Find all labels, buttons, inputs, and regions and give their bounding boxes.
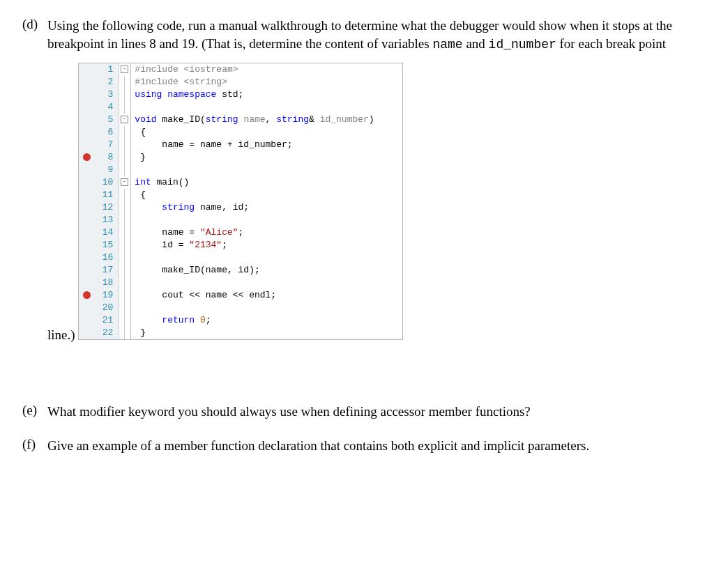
breakpoint-gutter[interactable] <box>79 114 94 126</box>
breakpoint-gutter[interactable] <box>79 88 94 101</box>
line-number: 2 <box>94 76 119 88</box>
fold-gutter[interactable] <box>119 189 129 201</box>
line-number: 19 <box>94 289 119 302</box>
fold-line <box>124 327 125 339</box>
fold-gutter[interactable] <box>119 264 129 277</box>
breakpoint-gutter[interactable] <box>79 289 94 302</box>
question-e: (e) What modifier keyword you should alw… <box>22 403 692 421</box>
fold-gutter[interactable] <box>119 126 129 139</box>
breakpoint-gutter[interactable] <box>79 214 94 226</box>
code-text <box>132 277 162 289</box>
fold-gutter[interactable] <box>119 101 129 114</box>
question-e-label: (e) <box>22 403 47 421</box>
code-line: 3using namespace std; <box>79 88 402 101</box>
line-number: 14 <box>94 226 119 239</box>
fold-line <box>124 189 125 201</box>
breakpoint-gutter[interactable] <box>79 126 94 139</box>
line-number: 1 <box>94 63 119 76</box>
code-line: 9 <box>79 164 402 176</box>
fold-gutter[interactable] <box>119 239 129 252</box>
fold-line <box>124 201 125 214</box>
code-line: 7 name = name + id_number; <box>79 139 402 151</box>
breakpoint-gutter[interactable] <box>79 176 94 189</box>
breakpoint-gutter[interactable] <box>79 164 94 176</box>
breakpoint-gutter[interactable] <box>79 252 94 264</box>
breakpoint-icon[interactable] <box>83 291 91 299</box>
fold-line <box>124 314 125 327</box>
breakpoint-icon[interactable] <box>83 153 91 161</box>
fold-gutter[interactable] <box>119 327 129 339</box>
breakpoint-gutter[interactable] <box>79 327 94 339</box>
breakpoint-gutter[interactable] <box>79 201 94 214</box>
fold-gutter[interactable] <box>119 252 129 264</box>
code-line: 21 return 0; <box>79 314 402 327</box>
code-text: name = name + id_number; <box>132 139 320 151</box>
fold-gutter[interactable]: - <box>119 176 129 189</box>
code-line: 15 id = "2134"; <box>79 239 402 252</box>
question-d-var2: id_number <box>489 38 556 52</box>
fold-collapse-icon[interactable]: - <box>121 116 128 123</box>
fold-line <box>124 126 125 139</box>
line-number: 15 <box>94 239 119 252</box>
breakpoint-gutter[interactable] <box>79 226 94 239</box>
fold-gutter[interactable] <box>119 289 129 302</box>
fold-gutter[interactable] <box>119 314 129 327</box>
code-text <box>132 252 162 264</box>
breakpoint-gutter[interactable] <box>79 101 94 114</box>
breakpoint-gutter[interactable] <box>79 139 94 151</box>
breakpoint-gutter[interactable] <box>79 239 94 252</box>
code-text: int main() <box>132 176 217 189</box>
line-number: 17 <box>94 264 119 277</box>
code-text <box>132 101 162 114</box>
fold-gutter[interactable]: - <box>119 114 129 126</box>
code-line: 19 cout << name << endl; <box>79 289 402 302</box>
code-text: id = "2134"; <box>132 239 255 252</box>
fold-gutter[interactable] <box>119 164 129 176</box>
line-number: 5 <box>94 114 119 126</box>
code-line: 17 make_ID(name, id); <box>79 264 402 277</box>
code-text: cout << name << endl; <box>132 289 304 302</box>
code-text: #include <iostream> <box>132 63 266 76</box>
breakpoint-gutter[interactable] <box>79 151 94 164</box>
fold-line <box>124 164 125 176</box>
fold-line <box>124 302 125 314</box>
question-d-body: Using the following code, run a manual w… <box>47 17 692 344</box>
fold-gutter[interactable]: - <box>119 63 129 76</box>
code-text <box>132 302 162 314</box>
fold-line <box>124 289 125 302</box>
code-text: string name, id; <box>132 201 277 214</box>
breakpoint-gutter[interactable] <box>79 264 94 277</box>
code-text: name = "Alice"; <box>132 226 271 239</box>
fold-gutter[interactable] <box>119 151 129 164</box>
breakpoint-gutter[interactable] <box>79 76 94 88</box>
line-number: 10 <box>94 176 119 189</box>
breakpoint-gutter[interactable] <box>79 189 94 201</box>
code-line: 18 <box>79 277 402 289</box>
line-number: 22 <box>94 327 119 339</box>
breakpoint-gutter[interactable] <box>79 302 94 314</box>
question-d-var1: name <box>432 38 462 52</box>
fold-gutter[interactable] <box>119 76 129 88</box>
question-d-label: (d) <box>22 17 47 344</box>
fold-gutter[interactable] <box>119 201 129 214</box>
code-line: 1-#include <iostream> <box>79 63 402 76</box>
fold-gutter[interactable] <box>119 302 129 314</box>
fold-collapse-icon[interactable]: - <box>121 178 128 186</box>
fold-gutter[interactable] <box>119 226 129 239</box>
question-d-text-mid: and <box>463 36 489 51</box>
breakpoint-gutter[interactable] <box>79 314 94 327</box>
breakpoint-gutter[interactable] <box>79 277 94 289</box>
fold-line <box>124 151 125 164</box>
fold-line <box>124 252 125 264</box>
line-number: 11 <box>94 189 119 201</box>
code-line: 6 { <box>79 126 402 139</box>
fold-gutter[interactable] <box>119 277 129 289</box>
fold-line <box>124 88 125 101</box>
fold-collapse-icon[interactable]: - <box>121 65 128 73</box>
code-text: } <box>132 327 174 339</box>
fold-gutter[interactable] <box>119 214 129 226</box>
breakpoint-gutter[interactable] <box>79 63 94 76</box>
fold-gutter[interactable] <box>119 88 129 101</box>
fold-gutter[interactable] <box>119 139 129 151</box>
question-e-body: What modifier keyword you should always … <box>47 403 692 421</box>
